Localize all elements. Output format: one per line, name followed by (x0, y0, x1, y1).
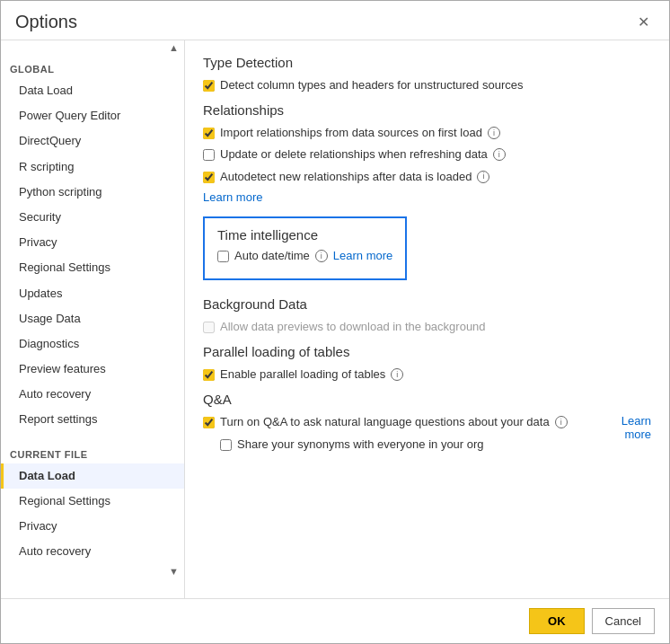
relationships-checkbox-2[interactable] (203, 172, 215, 183)
time-intelligence-info-icon: i (315, 250, 328, 262)
type-detection-label-text: Detect column types and headers for unst… (220, 77, 523, 93)
qanda-checkbox-0[interactable] (203, 417, 215, 428)
sidebar-item-regional-settings-current[interactable]: Regional Settings (1, 489, 184, 514)
relationships-checkbox-1[interactable] (203, 149, 215, 161)
sidebar-item-auto-recovery-current[interactable]: Auto recovery (1, 539, 184, 564)
dialog-footer: OK Cancel (1, 598, 669, 643)
dialog-title: Options (15, 12, 77, 32)
relationships-title: Relationships (203, 102, 651, 118)
scroll-down-arrow[interactable]: ▼ (169, 566, 179, 577)
sidebar-item-usage-data[interactable]: Usage Data (1, 306, 184, 331)
background-data-checkbox (203, 322, 215, 333)
relationships-checkbox-label-1[interactable]: Update or delete relationships when refr… (203, 146, 506, 163)
qanda-label-text-0: Turn on Q&A to ask natural language ques… (220, 414, 550, 430)
qanda-label-text-1: Share your synonyms with everyone in you… (237, 437, 484, 453)
type-detection-option-row: Detect column types and headers for unst… (203, 77, 651, 93)
sidebar-item-auto-recovery-global[interactable]: Auto recovery (1, 382, 184, 407)
qanda-learn-more[interactable]: Learn (622, 414, 651, 428)
relationships-learn-more[interactable]: Learn more (203, 190, 262, 204)
time-intelligence-label-text: Auto date/time (234, 248, 310, 264)
parallel-loading-checkbox[interactable] (203, 369, 215, 381)
sidebar-item-privacy-current[interactable]: Privacy (1, 514, 184, 539)
parallel-loading-label-text: Enable parallel loading of tables (220, 366, 385, 383)
qanda-option-row-0: Turn on Q&A to ask natural language ques… (203, 414, 606, 430)
relationships-checkbox-label-0[interactable]: Import relationships from data sources o… (203, 125, 500, 141)
qanda-checkbox-label-0[interactable]: Turn on Q&A to ask natural language ques… (203, 414, 568, 430)
background-data-title: Background Data (203, 296, 651, 312)
relationships-checkbox-label-2[interactable]: Autodetect new relationships after data … (203, 169, 489, 185)
title-bar: Options ✕ (1, 1, 669, 40)
relationships-option-row-0: Import relationships from data sources o… (203, 125, 651, 141)
sidebar-item-data-load[interactable]: Data Load (1, 78, 184, 103)
current-file-section-label: CURRENT FILE (1, 440, 184, 463)
scroll-up-arrow[interactable]: ▲ (169, 42, 179, 53)
qanda-learn-more-area: Learn more (615, 414, 651, 441)
time-intelligence-option-row: Auto date/time i Learn more (217, 248, 392, 264)
time-intelligence-checkbox[interactable] (217, 251, 229, 262)
qanda-row: Turn on Q&A to ask natural language ques… (203, 414, 651, 457)
sidebar-item-directquery[interactable]: DirectQuery (1, 128, 184, 154)
relationships-option-row-1: Update or delete relationships when refr… (203, 146, 651, 163)
cancel-button[interactable]: Cancel (592, 608, 655, 634)
time-intelligence-checkbox-label[interactable]: Auto date/time i Learn more (217, 248, 392, 264)
sidebar-item-r-scripting[interactable]: R scripting (1, 154, 184, 180)
qanda-text-area: Turn on Q&A to ask natural language ques… (203, 414, 606, 457)
qanda-checkbox-1[interactable] (220, 439, 232, 451)
background-data-option-row: Allow data previews to download in the b… (203, 319, 651, 335)
relationships-label-text-2: Autodetect new relationships after data … (220, 169, 472, 185)
sidebar-item-security[interactable]: Security (1, 205, 184, 230)
background-data-checkbox-label[interactable]: Allow data previews to download in the b… (203, 319, 486, 335)
sidebar-item-diagnostics[interactable]: Diagnostics (1, 331, 184, 357)
qanda-option-row-1: Share your synonyms with everyone in you… (203, 437, 606, 453)
relationships-info-icon-0: i (488, 127, 500, 139)
ok-button[interactable]: OK (529, 608, 585, 634)
dialog-body: ▲ GLOBAL Data Load Power Query Editor Di… (1, 40, 669, 598)
time-intelligence-title: Time intelligence (217, 227, 392, 243)
relationships-info-icon-1: i (493, 148, 506, 161)
type-detection-checkbox[interactable] (203, 80, 215, 92)
qanda-title: Q&A (203, 392, 651, 407)
qanda-learn-more-2[interactable]: more (624, 428, 651, 441)
qanda-checkbox-label-1[interactable]: Share your synonyms with everyone in you… (220, 437, 484, 453)
close-button[interactable]: ✕ (632, 12, 655, 32)
relationships-info-icon-2: i (477, 171, 489, 183)
sidebar-item-updates[interactable]: Updates (1, 281, 184, 306)
options-dialog: Options ✕ ▲ GLOBAL Data Load Power Query… (0, 0, 670, 644)
sidebar-item-regional-settings[interactable]: Regional Settings (1, 255, 184, 280)
type-detection-checkbox-label[interactable]: Detect column types and headers for unst… (203, 77, 523, 93)
sidebar-item-power-query-editor[interactable]: Power Query Editor (1, 103, 184, 128)
background-data-label-text: Allow data previews to download in the b… (220, 319, 486, 335)
sidebar: ▲ GLOBAL Data Load Power Query Editor Di… (1, 40, 185, 598)
sidebar-item-privacy[interactable]: Privacy (1, 230, 184, 255)
qanda-info-icon-0: i (555, 416, 568, 428)
relationships-label-text-0: Import relationships from data sources o… (220, 125, 482, 141)
type-detection-title: Type Detection (203, 55, 651, 70)
relationships-option-row-2: Autodetect new relationships after data … (203, 169, 651, 185)
time-intelligence-learn-more[interactable]: Learn more (333, 248, 392, 264)
sidebar-item-python-scripting[interactable]: Python scripting (1, 180, 184, 205)
relationships-label-text-1: Update or delete relationships when refr… (220, 146, 488, 163)
parallel-loading-option-row: Enable parallel loading of tables i (203, 366, 651, 383)
parallel-loading-checkbox-label[interactable]: Enable parallel loading of tables i (203, 366, 403, 383)
sidebar-item-data-load-current[interactable]: Data Load (1, 463, 184, 489)
parallel-loading-title: Parallel loading of tables (203, 344, 651, 359)
relationships-checkbox-0[interactable] (203, 128, 215, 139)
main-content: Type Detection Detect column types and h… (185, 40, 669, 598)
parallel-loading-info-icon: i (391, 368, 403, 381)
time-intelligence-box: Time intelligence Auto date/time i Learn… (203, 216, 407, 280)
global-section-label: GLOBAL (1, 55, 184, 78)
sidebar-item-preview-features[interactable]: Preview features (1, 357, 184, 382)
sidebar-item-report-settings[interactable]: Report settings (1, 407, 184, 432)
